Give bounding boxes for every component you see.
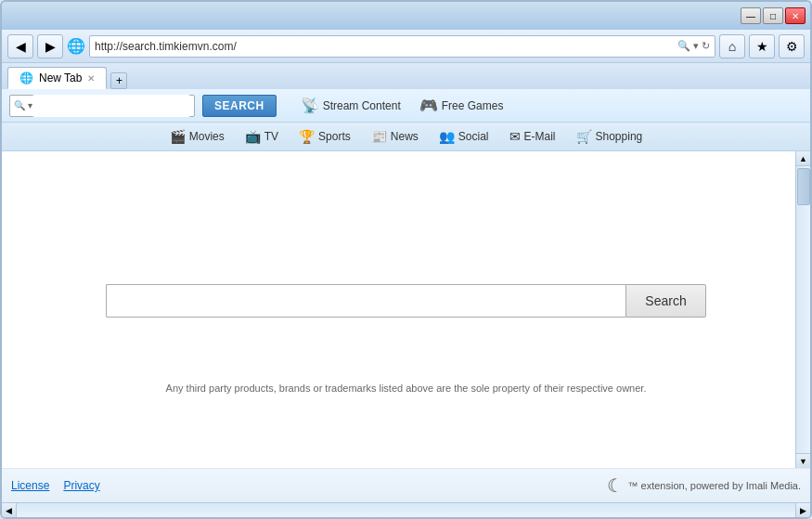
settings-icon: ⚙ — [786, 39, 798, 54]
social-label: Social — [458, 130, 489, 143]
favorites-icon: ★ — [756, 39, 768, 54]
news-label: News — [391, 130, 419, 143]
scroll-thumb[interactable] — [797, 168, 810, 205]
stream-content-label: Stream Content — [323, 99, 401, 112]
close-button[interactable]: ✕ — [785, 7, 806, 24]
forward-button[interactable]: ▶ — [37, 34, 63, 58]
tab-ie-icon: 🌐 — [19, 71, 33, 84]
toolbar-free-games[interactable]: 🎮 Free Games — [410, 94, 513, 117]
social-icon: 👥 — [439, 129, 455, 144]
cat-news[interactable]: 📰 News — [362, 126, 428, 147]
email-label: E-Mail — [524, 130, 556, 143]
settings-button[interactable]: ⚙ — [779, 34, 805, 58]
footer-links: License Privacy — [11, 479, 100, 492]
address-icons: 🔍 ▾ ↻ — [677, 40, 710, 52]
main-search: Search — [106, 284, 705, 318]
scroll-down-button[interactable]: ▼ — [796, 453, 810, 468]
ie-logo: 🌐 — [67, 37, 85, 56]
sports-label: Sports — [318, 130, 351, 143]
shopping-label: Shopping — [596, 130, 643, 143]
refresh-icon[interactable]: ↻ — [702, 40, 710, 52]
tab-new-tab[interactable]: 🌐 New Tab ✕ — [7, 67, 107, 89]
footer-powered: ☾ ™ extension, powered by Imali Media. — [607, 474, 801, 497]
toolbar-stream-content[interactable]: 📡 Stream Content — [291, 94, 410, 117]
stream-icon: 📡 — [301, 97, 319, 114]
toolbar-search-button[interactable]: SEARCH — [202, 95, 277, 117]
back-icon: ◀ — [16, 39, 26, 54]
email-icon: ✉ — [509, 129, 521, 144]
movies-icon: 🎬 — [170, 129, 186, 144]
tv-icon: 📺 — [245, 129, 261, 144]
toolbar: 🔍 ▾ SEARCH 📡 Stream Content 🎮 Free Games — [2, 89, 810, 123]
movies-label: Movies — [189, 130, 225, 143]
powered-logo-icon: ☾ — [607, 474, 624, 497]
search-addr-icon[interactable]: 🔍 — [677, 40, 690, 52]
favorites-button[interactable]: ★ — [749, 34, 775, 58]
category-bar: 🎬 Movies 📺 TV 🏆 Sports 📰 News 👥 Social ✉ — [2, 123, 810, 151]
toolbar-search-input[interactable] — [32, 95, 190, 117]
scrollbar-bottom[interactable]: ◀ ▶ — [2, 502, 810, 517]
minimize-button[interactable]: — — [741, 7, 761, 24]
maximize-button[interactable]: □ — [763, 7, 783, 24]
home-icon: ⌂ — [728, 39, 736, 54]
forward-icon: ▶ — [45, 39, 56, 54]
scroll-left-button[interactable]: ◀ — [2, 503, 17, 517]
main-search-input[interactable] — [106, 284, 625, 318]
scroll-up-button[interactable]: ▲ — [796, 151, 810, 166]
powered-text: ™ extension, powered by Imali Media. — [628, 480, 801, 491]
disclaimer-text: Any third party products, brands or trad… — [166, 383, 647, 394]
tab-label: New Tab — [39, 71, 82, 84]
ie-icon: 🌐 — [67, 37, 85, 55]
cat-tv[interactable]: 📺 TV — [236, 126, 288, 147]
shopping-icon: 🛒 — [576, 129, 592, 144]
scroll-right-button[interactable]: ▶ — [795, 503, 810, 517]
license-link[interactable]: License — [11, 479, 49, 492]
cat-movies[interactable]: 🎬 Movies — [161, 126, 234, 147]
tv-label: TV — [264, 130, 278, 143]
new-tab-button[interactable]: + — [110, 72, 127, 89]
main-search-button[interactable]: Search — [625, 284, 705, 318]
home-button[interactable]: ⌂ — [719, 34, 745, 58]
toolbar-search-box[interactable]: 🔍 ▾ — [9, 95, 195, 117]
privacy-link[interactable]: Privacy — [63, 479, 99, 492]
cat-shopping[interactable]: 🛒 Shopping — [567, 126, 652, 147]
nav-bar: ◀ ▶ 🌐 🔍 ▾ ↻ ⌂ ★ ⚙ — [2, 30, 810, 63]
toolbar-links: 📡 Stream Content 🎮 Free Games — [291, 94, 513, 117]
url-input[interactable] — [95, 40, 677, 53]
title-bar: — □ ✕ — [2, 2, 810, 30]
page-body: ▲ ▼ Search Any third party products, bra… — [2, 151, 810, 468]
search-dropdown-icon[interactable]: 🔍 ▾ — [14, 100, 32, 110]
footer: License Privacy ☾ ™ extension, powered b… — [2, 468, 810, 502]
games-icon: 🎮 — [419, 97, 438, 114]
back-button[interactable]: ◀ — [7, 34, 33, 58]
scrollbar-right[interactable]: ▲ ▼ — [795, 151, 810, 468]
dropdown-addr-icon[interactable]: ▾ — [693, 40, 699, 52]
sports-icon: 🏆 — [299, 129, 315, 144]
tab-bar: 🌐 New Tab ✕ + — [2, 63, 810, 89]
window-controls: — □ ✕ — [741, 7, 806, 24]
cat-sports[interactable]: 🏆 Sports — [290, 126, 360, 147]
cat-email[interactable]: ✉ E-Mail — [500, 126, 565, 147]
address-bar[interactable]: 🔍 ▾ ↻ — [89, 35, 715, 58]
free-games-label: Free Games — [442, 99, 504, 112]
cat-social[interactable]: 👥 Social — [430, 126, 498, 147]
tab-close-button[interactable]: ✕ — [87, 73, 95, 84]
news-icon: 📰 — [371, 129, 387, 144]
